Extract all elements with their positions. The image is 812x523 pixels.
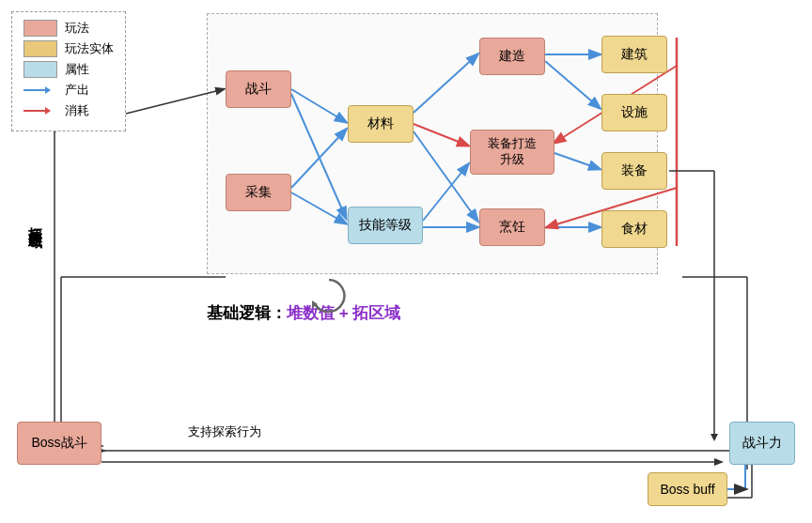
node-material: 材料 bbox=[348, 105, 414, 143]
legend-arrow-blue bbox=[23, 82, 57, 99]
node-facility: 设施 bbox=[601, 94, 667, 131]
legend-label-gameplay: 玩法 bbox=[65, 20, 89, 37]
legend-arrow-red bbox=[23, 102, 57, 119]
svg-marker-36 bbox=[710, 434, 718, 441]
basic-logic-prefix: 基础逻辑： bbox=[207, 304, 287, 322]
blue-arrow-line bbox=[23, 89, 50, 91]
legend-box: 玩法 玩法实体 属性 产出 消耗 bbox=[11, 11, 126, 131]
legend-color-gameplay bbox=[23, 20, 57, 37]
legend-color-attribute bbox=[23, 61, 57, 78]
node-combat: 战斗 bbox=[226, 70, 291, 108]
legend-label-produce: 产出 bbox=[65, 82, 89, 99]
main-loop-region bbox=[207, 13, 658, 274]
legend-color-gameplay-entity bbox=[23, 40, 57, 57]
red-arrow-line bbox=[23, 110, 50, 112]
legend-label-attribute: 属性 bbox=[65, 61, 89, 78]
legend-gameplay: 玩法 bbox=[23, 20, 114, 37]
node-equip-craft: 装备打造 升级 bbox=[470, 130, 554, 175]
node-combat-power: 战斗力 bbox=[729, 422, 795, 465]
legend-produce: 产出 bbox=[23, 82, 114, 99]
circular-arrow-icon bbox=[305, 272, 352, 319]
legend-attribute: 属性 bbox=[23, 61, 114, 78]
legend-label-consume: 消耗 bbox=[65, 102, 89, 119]
legend-consume: 消耗 bbox=[23, 102, 114, 119]
support-explore-label: 支持探索行为 bbox=[188, 423, 261, 440]
node-boss-buff: Boss buff bbox=[648, 472, 727, 506]
node-food: 食材 bbox=[601, 210, 667, 248]
node-gather: 采集 bbox=[226, 174, 291, 211]
svg-marker-33 bbox=[714, 458, 724, 466]
node-equipment: 装备 bbox=[601, 152, 667, 190]
expand-area-label: 拓展新区域 bbox=[26, 216, 44, 225]
node-skill-level: 技能等级 bbox=[348, 207, 423, 244]
node-construct: 建造 bbox=[479, 38, 545, 75]
node-building: 建筑 bbox=[601, 36, 667, 73]
legend-gameplay-entity: 玩法实体 bbox=[23, 40, 114, 57]
legend-label-gameplay-entity: 玩法实体 bbox=[65, 40, 114, 57]
node-boss-combat: Boss战斗 bbox=[17, 422, 102, 465]
diagram-container: 玩法 玩法实体 属性 产出 消耗 战斗 采集 bbox=[0, 0, 812, 523]
node-cooking: 烹饪 bbox=[479, 208, 545, 246]
basic-logic-label: 基础逻辑：堆数值 + 拓区域 bbox=[207, 302, 400, 324]
